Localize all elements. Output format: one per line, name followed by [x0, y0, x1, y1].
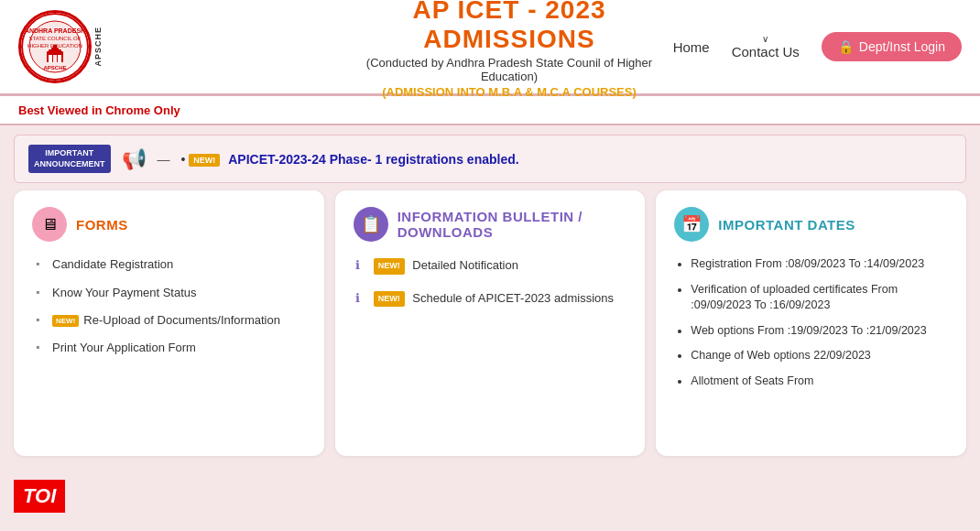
- bulletin-card-header: 📋 INFORMATION BULLETIN / DOWNLOADS: [354, 207, 627, 242]
- apsche-side-label: APSCHE: [93, 27, 103, 67]
- nav-home-link[interactable]: Home: [673, 39, 710, 55]
- bulletin-card: 📋 INFORMATION BULLETIN / DOWNLOADS NEW! …: [335, 190, 646, 456]
- svg-text:STATE COUNCIL OF: STATE COUNCIL OF: [29, 36, 82, 41]
- nav-contact-link[interactable]: ∨ Contact Us: [732, 34, 800, 60]
- forms-list: Candidate Registration Know Your Payment…: [32, 256, 306, 356]
- apsche-logo: ANDHRA PRADESH STATE COUNCIL OF HIGHER E…: [18, 10, 92, 83]
- dept-login-button[interactable]: 🔒 Dept/Inst Login: [822, 32, 962, 61]
- best-viewed-bar: Best Viewed in Chrome Only: [0, 96, 980, 125]
- dates-card-header: 📅 IMPORTANT DATES: [674, 207, 948, 242]
- toi-badge: TOI: [14, 480, 65, 513]
- dates-icon: 📅: [674, 207, 709, 242]
- forms-card: 🖥 FORMS Candidate Registration Know Your…: [14, 190, 324, 456]
- megaphone-icon: 📢: [122, 147, 147, 171]
- list-item: Web options From :19/09/2023 To :21/09/2…: [691, 323, 948, 340]
- list-item[interactable]: Know Your Payment Status: [32, 285, 306, 301]
- list-item[interactable]: NEW! Schedule of APICET-2023 admissions: [354, 289, 627, 308]
- forms-card-header: 🖥 FORMS: [32, 207, 306, 242]
- announcement-text: • NEW! APICET-2023-24 Phase- 1 registrat…: [181, 152, 519, 167]
- logo-area: ANDHRA PRADESH STATE COUNCIL OF HIGHER E…: [18, 10, 345, 83]
- dates-list: Registration From :08/09/2023 To :14/09/…: [674, 256, 948, 389]
- list-item[interactable]: Candidate Registration: [32, 256, 306, 273]
- page-header: ANDHRA PRADESH STATE COUNCIL OF HIGHER E…: [0, 0, 980, 96]
- title-area: AP ICET - 2023 ADMISSIONS (Conducted by …: [345, 0, 672, 99]
- sub-title: (Conducted by Andhra Pradesh State Couni…: [345, 56, 672, 83]
- lock-icon: 🔒: [838, 39, 854, 54]
- announcement-bar: IMPORTANT ANNOUNCEMENT 📢 — • NEW! APICET…: [14, 135, 966, 183]
- svg-text:ANDHRA PRADESH: ANDHRA PRADESH: [25, 27, 85, 34]
- svg-rect-11: [53, 55, 57, 62]
- svg-rect-10: [58, 55, 61, 62]
- bulletin-icon: 📋: [354, 207, 388, 242]
- sub-title2: (ADMISSION INTO M.B.A & M.C.A COURSES): [345, 85, 672, 99]
- forms-title: FORMS: [76, 217, 128, 233]
- bulletin-title: INFORMATION BULLETIN / DOWNLOADS: [397, 209, 583, 240]
- nav-area: Home ∨ Contact Us 🔒 Dept/Inst Login: [673, 32, 962, 61]
- list-item: Verification of uploaded certificates Fr…: [691, 282, 948, 314]
- cards-area: 🖥 FORMS Candidate Registration Know Your…: [14, 190, 966, 465]
- list-item[interactable]: NEW! Detailed Notification: [354, 256, 627, 275]
- new-badge: NEW!: [374, 258, 405, 275]
- new-badge: NEW!: [189, 154, 220, 167]
- important-badge: IMPORTANT ANNOUNCEMENT: [28, 145, 111, 173]
- list-item[interactable]: Print Your Application Form: [32, 340, 306, 356]
- list-item: Allotment of Seats From: [691, 374, 948, 390]
- dates-card: 📅 IMPORTANT DATES Registration From :08/…: [656, 190, 966, 456]
- list-item: Change of Web options 22/09/2023: [691, 348, 948, 364]
- svg-rect-8: [53, 45, 57, 49]
- nav-contact-arrow: ∨: [762, 34, 768, 44]
- dates-title: IMPORTANT DATES: [718, 217, 855, 233]
- new-badge: NEW!: [52, 315, 79, 327]
- bulletin-list: NEW! Detailed Notification NEW! Schedule…: [354, 256, 627, 307]
- forms-icon: 🖥: [32, 207, 67, 242]
- list-item: Registration From :08/09/2023 To :14/09/…: [691, 256, 948, 273]
- main-title: AP ICET - 2023 ADMISSIONS: [345, 0, 672, 54]
- svg-rect-9: [49, 55, 52, 62]
- svg-text:APSCHE: APSCHE: [43, 65, 66, 70]
- best-viewed-text: Best Viewed in Chrome Only: [18, 103, 180, 117]
- list-item[interactable]: NEW!Re-Upload of Documents/Information: [32, 312, 306, 329]
- new-badge: NEW!: [374, 291, 405, 308]
